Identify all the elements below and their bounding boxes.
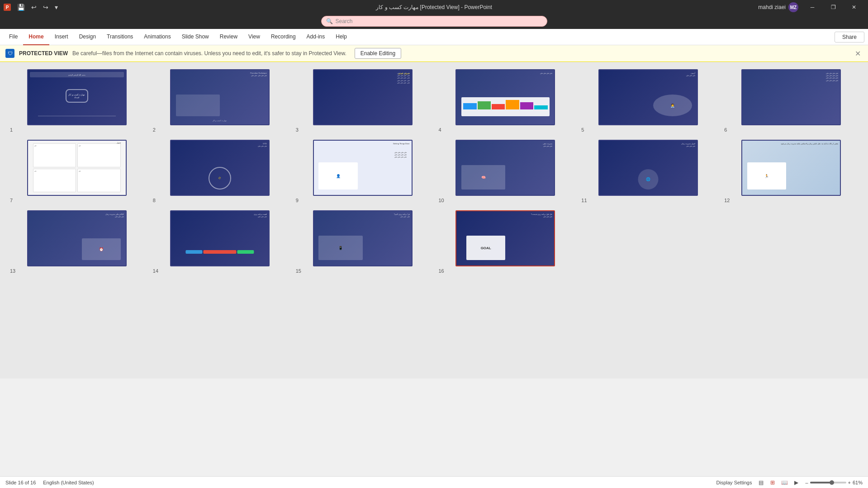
chart-bar-5 xyxy=(520,102,533,109)
slide-number-4: 4 xyxy=(439,127,441,133)
reading-view-button[interactable]: 📖 xyxy=(779,478,790,487)
chart-bar-3 xyxy=(492,104,505,109)
slide-thumbnail-5[interactable]: آزمونمتن متن متن 🧑‍💼 xyxy=(598,69,698,125)
app-icon: P xyxy=(4,4,11,11)
list-item[interactable]: متن متن متن متنمتن متن متن متنمتن متن مت… xyxy=(295,69,431,133)
zoom-fill xyxy=(810,482,832,483)
status-bar: Slide 16 of 16 English (United States) D… xyxy=(0,476,868,488)
slide-thumbnail-1[interactable]: مهارت کسب و کاراستاد بسم الله الرحمن الر… xyxy=(27,69,127,125)
enable-editing-button[interactable]: Enable Editing xyxy=(355,48,401,59)
slide-number-7: 7 xyxy=(10,198,13,203)
list-item[interactable]: Getting Things Done 👤 متن متن متن متنمتن… xyxy=(295,140,431,203)
slide-number-1: 1 xyxy=(10,127,13,133)
zoom-level: 61% xyxy=(853,480,863,485)
slide-thumbnail-2[interactable]: Pemolaro Techniqueمتن متن متن متن متن مه… xyxy=(170,69,270,125)
list-item[interactable]: اصول مدیریت زمانمتن متن متن 🌐 11 xyxy=(580,140,716,203)
title-bar-left: P 💾 ↩ ↪ ▾ xyxy=(4,3,60,12)
slide-info: Slide 16 of 16 xyxy=(5,480,36,485)
slide-grid-area: مهارت کسب و کاراستاد بسم الله الرحمن الر… xyxy=(0,62,868,379)
slide-number-6: 6 xyxy=(724,127,727,133)
list-item[interactable]: متن متن متن متن جدول 7 xyxy=(9,140,145,203)
list-item[interactable]: مهارت کسب و کاراستاد بسم الله الرحمن الر… xyxy=(9,69,145,133)
search-input[interactable]: Search xyxy=(336,18,353,24)
tab-view[interactable]: View xyxy=(243,29,266,45)
save-button[interactable]: 💾 xyxy=(15,3,27,12)
tab-home[interactable]: Home xyxy=(23,29,49,45)
list-item[interactable]: چرا برنامه ریزی کنیم؟متن متن متن 📱 15 xyxy=(295,210,431,274)
protected-view-bar: 🛡 PROTECTED VIEW Be careful—files from t… xyxy=(0,45,868,62)
tab-addins[interactable]: Add-ins xyxy=(301,29,331,45)
minimize-button[interactable]: ─ xyxy=(802,0,823,14)
slide-number-10: 10 xyxy=(439,198,444,203)
tab-slideshow[interactable]: Slide Show xyxy=(176,29,214,45)
undo-button[interactable]: ↩ xyxy=(29,3,38,12)
display-settings-button[interactable]: Display Settings xyxy=(716,480,752,485)
zoom-slider[interactable] xyxy=(810,482,846,483)
slide-thumbnail-14[interactable]: اهمیت برنامه ریزیمتن متن متن xyxy=(170,210,270,266)
slide-thumbnail-8[interactable]: GTDمتن متن متن ⏱ xyxy=(170,140,270,196)
window-controls: ─ ❐ ✕ xyxy=(802,0,864,14)
slide-thumbnail-16[interactable]: نقل قول برنامه ریزی چیست؟متن متن متن GOA… xyxy=(455,210,555,266)
user-avatar[interactable]: MZ xyxy=(788,2,798,12)
zoom-out-button[interactable]: – xyxy=(805,480,808,485)
zoom-in-button[interactable]: + xyxy=(848,480,851,485)
slide-number-9: 9 xyxy=(296,198,299,203)
shield-icon: 🛡 xyxy=(5,49,14,58)
tab-design[interactable]: Design xyxy=(74,29,101,45)
redo-button[interactable]: ↪ xyxy=(41,3,50,12)
window-title: مهارت کسب و کار [Protected View] - Power… xyxy=(376,4,492,10)
slide-number-16: 16 xyxy=(439,268,444,274)
search-box[interactable]: 🔍 Search xyxy=(321,16,547,27)
list-item[interactable]: اهمیت برنامه ریزیمتن متن متن 14 xyxy=(152,210,288,274)
title-bar: P 💾 ↩ ↪ ▾ مهارت کسب و کار [Protected Vie… xyxy=(0,0,868,14)
tab-animations[interactable]: Animations xyxy=(138,29,176,45)
slide-number-13: 13 xyxy=(10,268,15,274)
slide-number-15: 15 xyxy=(296,268,301,274)
list-item[interactable]: متن متن متن متنمتن متن متن متنمتن متن مت… xyxy=(723,69,859,133)
chart-bar-4 xyxy=(506,100,519,109)
list-item[interactable]: متن متن متن متن xyxy=(438,69,574,133)
slide-thumbnail-9[interactable]: Getting Things Done 👤 متن متن متن متنمتن… xyxy=(313,140,413,196)
normal-view-button[interactable]: ▤ xyxy=(755,478,766,487)
tab-help[interactable]: Help xyxy=(330,29,352,45)
tab-review[interactable]: Review xyxy=(214,29,243,45)
slide-sorter-button[interactable]: ⊞ xyxy=(767,478,778,487)
protected-view-message: Be careful—files from the Internet can c… xyxy=(72,50,346,57)
slide-thumbnail-3[interactable]: متن متن متن متنمتن متن متن متنمتن متن مت… xyxy=(313,69,413,125)
slide-thumbnail-11[interactable]: اصول مدیریت زمانمتن متن متن 🌐 xyxy=(598,140,698,196)
close-button[interactable]: ✕ xyxy=(844,0,864,14)
zoom-area: – + 61% xyxy=(805,480,863,485)
list-item[interactable]: بعضی از نکات ما باید مد نظر داشتن زمان و… xyxy=(723,140,859,203)
list-item[interactable]: GTDمتن متن متن ⏱ 8 xyxy=(152,140,288,203)
slide-number-8: 8 xyxy=(153,198,156,203)
slideshow-button[interactable]: ▶ xyxy=(791,478,802,487)
slide-number-2: 2 xyxy=(153,127,156,133)
slide-thumbnail-15[interactable]: چرا برنامه ریزی کنیم؟متن متن متن 📱 xyxy=(313,210,413,266)
tab-file[interactable]: File xyxy=(4,29,23,45)
list-item[interactable]: مدیریت ذهنیمتن متن متن 🧠 10 xyxy=(438,140,574,203)
slide-thumbnail-10[interactable]: مدیریت ذهنیمتن متن متن 🧠 xyxy=(455,140,555,196)
restore-button[interactable]: ❐ xyxy=(823,0,844,14)
zoom-thumb xyxy=(830,480,834,485)
search-icon: 🔍 xyxy=(326,18,333,24)
quick-access: 💾 ↩ ↪ ▾ xyxy=(15,3,60,12)
list-item[interactable]: Pemolaro Techniqueمتن متن متن متن متن مه… xyxy=(152,69,288,133)
share-button[interactable]: Share xyxy=(835,32,864,43)
tab-recording[interactable]: Recording xyxy=(266,29,301,45)
slide-thumbnail-13[interactable]: کنکاش هایی مدیریت زمانمتن متن متن ⏰ xyxy=(27,210,127,266)
slide-thumbnail-7[interactable]: متن متن متن متن جدول xyxy=(27,140,127,196)
slide-number-5: 5 xyxy=(581,127,584,133)
ribbon-tabs: File Home Insert Design Transitions Anim… xyxy=(0,29,868,45)
list-item[interactable]: آزمونمتن متن متن 🧑‍💼 5 xyxy=(580,69,716,133)
slide-thumbnail-4[interactable]: متن متن متن متن xyxy=(455,69,555,125)
tab-insert[interactable]: Insert xyxy=(49,29,74,45)
list-item[interactable]: نقل قول برنامه ریزی چیست؟متن متن متن GOA… xyxy=(438,210,574,274)
chart-bar-1 xyxy=(463,103,476,109)
tab-transitions[interactable]: Transitions xyxy=(101,29,138,45)
protected-view-close-button[interactable]: ✕ xyxy=(853,49,863,58)
slide-thumbnail-12[interactable]: بعضی از نکات ما باید مد نظر داشتن زمان و… xyxy=(741,140,841,196)
slide-number-14: 14 xyxy=(153,268,158,274)
slide-thumbnail-6[interactable]: متن متن متن متنمتن متن متن متنمتن متن مت… xyxy=(741,69,841,125)
customize-quick-access-button[interactable]: ▾ xyxy=(53,3,60,12)
list-item[interactable]: کنکاش هایی مدیریت زمانمتن متن متن ⏰ 13 xyxy=(9,210,145,274)
